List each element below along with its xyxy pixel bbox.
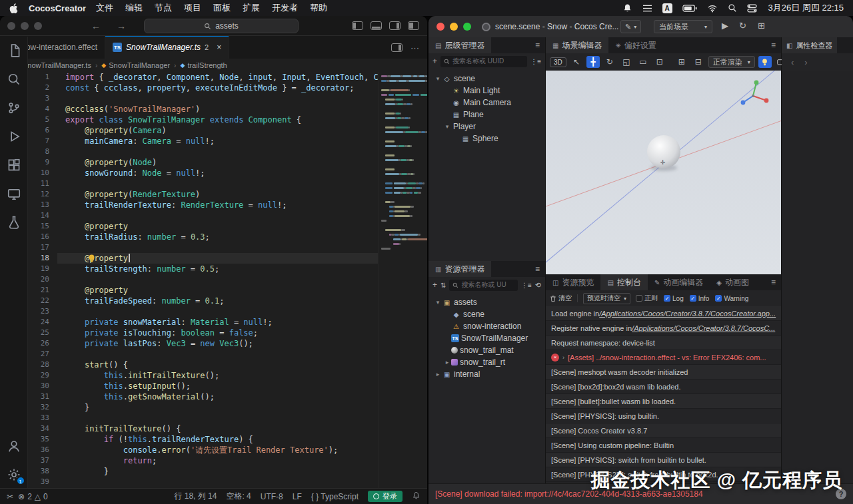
- rect-tool-icon[interactable]: ▭: [636, 56, 650, 68]
- code-line-33[interactable]: [57, 413, 378, 423]
- move-tool-icon[interactable]: ╋: [586, 56, 600, 68]
- log-link[interactable]: /Applications/Cocos/Creator/3.8.7/CocosC…: [632, 324, 775, 332]
- gutter-line-15[interactable]: 15: [28, 221, 57, 232]
- gutter-line-1[interactable]: 1: [28, 72, 57, 83]
- code-line-12[interactable]: @property(RenderTexture): [57, 189, 378, 200]
- filter-Warning[interactable]: ✓Warning: [715, 295, 748, 302]
- list-icon[interactable]: [642, 4, 652, 13]
- gutter-line-6[interactable]: 6: [28, 125, 57, 136]
- hierarchy-node-Plane[interactable]: ▦Plane: [428, 109, 545, 121]
- asset-node-internal[interactable]: ▸▣internal: [428, 368, 545, 380]
- gutter-line-16[interactable]: 16: [28, 232, 57, 242]
- gutter-line-19[interactable]: 19: [28, 264, 57, 274]
- breadcrumb-item-SnowTrailManager[interactable]: ◆SnowTrailManager: [101, 61, 170, 69]
- rotate-tool-icon[interactable]: ↻: [603, 56, 616, 68]
- gutter-line-13[interactable]: 13: [28, 200, 57, 210]
- assets-filter-icon[interactable]: ⋮≡: [521, 282, 532, 289]
- customize-layout-icon[interactable]: [408, 21, 419, 30]
- code-line-29[interactable]: this.initTrailTexture();: [57, 370, 378, 381]
- console-row-3[interactable]: Request namespace: device-list: [546, 336, 781, 350]
- gutter-line-28[interactable]: 28: [28, 360, 57, 370]
- code-line-23[interactable]: [57, 306, 378, 317]
- edit-mode-dropdown[interactable]: ✎ ▾: [620, 20, 641, 33]
- gutter-line-30[interactable]: 30: [28, 381, 57, 391]
- code-area[interactable]: import { _decorator, Component, Node, in…: [57, 72, 378, 488]
- gutter-line-4[interactable]: 4: [28, 104, 57, 115]
- console-menu-icon[interactable]: ≡: [771, 278, 781, 287]
- gutter-line-20[interactable]: 20: [28, 274, 57, 285]
- hierarchy-tab[interactable]: ▤层级管理器: [428, 37, 491, 53]
- eol[interactable]: LF: [293, 492, 302, 501]
- code-line-25[interactable]: private isTouching: boolean = false;: [57, 328, 378, 338]
- gutter-line-9[interactable]: 9: [28, 157, 57, 168]
- hierarchy-node-Sphere[interactable]: ▦Sphere: [428, 132, 545, 144]
- filter-Log[interactable]: ✓Log: [664, 295, 684, 302]
- console-tab-控制台[interactable]: ▤控制台: [600, 274, 647, 290]
- code-line-7[interactable]: mainCamera: Camera = null!;: [57, 136, 378, 146]
- expand-down-icon[interactable]: ▾: [443, 123, 451, 130]
- code-line-39[interactable]: [57, 477, 378, 487]
- code-line-26[interactable]: private lastPos: Vec3 = new Vec3();: [57, 338, 378, 349]
- asset-node-snow_trail_mat[interactable]: snow_trail_mat: [428, 344, 545, 356]
- code-line-9[interactable]: @property(Node): [57, 157, 378, 168]
- log-link[interactable]: /Applications/Cocos/Creator/3.8.7/CocosC…: [599, 310, 776, 318]
- code-line-4[interactable]: @ccclass('SnowTrailManager'): [57, 104, 378, 115]
- scm-icon[interactable]: [6, 100, 22, 116]
- console-tab-资源预览[interactable]: ◫资源预览: [546, 274, 600, 290]
- code-line-2[interactable]: const { ccclass, property, executeInEdit…: [57, 83, 378, 93]
- code-line-32[interactable]: }: [57, 402, 378, 413]
- console-tab-动画图[interactable]: ◈动画图: [710, 274, 756, 290]
- assets-menu-icon[interactable]: ≡: [535, 264, 545, 274]
- preferences-tab[interactable]: ✳偏好设置: [608, 37, 662, 53]
- console-row-4[interactable]: ×›[Assets] ../snow-interaction.effect - …: [546, 350, 781, 365]
- notifications-bell-icon[interactable]: [412, 491, 421, 502]
- hierarchy-node-Player[interactable]: ▾Player: [428, 121, 545, 132]
- code-line-36[interactable]: console.error('请先设置Trail Render Texture'…: [57, 445, 378, 455]
- gutter-line-3[interactable]: 3: [28, 93, 57, 104]
- gutter-line-29[interactable]: 29: [28, 370, 57, 381]
- gutter-line-36[interactable]: 36: [28, 445, 57, 455]
- code-line-31[interactable]: this.getSnowMaterial();: [57, 391, 378, 402]
- pivot-toggle-icon[interactable]: ⊞: [675, 56, 688, 68]
- code-line-11[interactable]: [57, 178, 378, 189]
- code-line-37[interactable]: return;: [57, 455, 378, 466]
- gutter-line-17[interactable]: 17: [28, 242, 57, 253]
- inspector-forward-icon[interactable]: ›: [804, 57, 807, 67]
- debug-icon[interactable]: [6, 128, 22, 144]
- gutter-line-10[interactable]: 10: [28, 168, 57, 178]
- checkbox-正则[interactable]: [636, 295, 642, 302]
- code-editor[interactable]: 1234567891011121314151617181920212223242…: [28, 72, 427, 488]
- console-row-10[interactable]: [Scene] Using custom pipeline: Builtin: [546, 438, 781, 453]
- expand-right-icon[interactable]: ▸: [443, 359, 451, 366]
- inspector-back-icon[interactable]: ‹: [791, 57, 794, 67]
- gutter-line-12[interactable]: 12: [28, 189, 57, 200]
- command-center[interactable]: assets: [144, 19, 299, 33]
- create-asset-button[interactable]: +: [432, 280, 437, 290]
- gutter-line-22[interactable]: 22: [28, 296, 57, 306]
- checkbox-Warning[interactable]: ✓: [715, 295, 722, 302]
- editor-gutter[interactable]: 1234567891011121314151617181920212223242…: [28, 72, 57, 488]
- gutter-line-18[interactable]: 18: [28, 253, 57, 264]
- remote-indicator-icon[interactable]: ✂: [7, 492, 13, 501]
- code-line-18[interactable]: @property: [57, 253, 378, 264]
- filter-正则[interactable]: 正则: [636, 294, 658, 303]
- maximize-window-icon[interactable]: [463, 23, 471, 31]
- extensions-icon[interactable]: [6, 157, 22, 173]
- menu-item-扩展[interactable]: 扩展: [237, 3, 266, 13]
- refresh-assets-icon[interactable]: ⟲: [535, 281, 541, 290]
- close-tab-icon[interactable]: ×: [217, 43, 221, 52]
- gutter-line-25[interactable]: 25: [28, 328, 57, 338]
- menubar-clock[interactable]: 3月26日 周四 22:15: [768, 2, 844, 14]
- spotlight-search-icon[interactable]: [728, 3, 737, 13]
- bell-icon[interactable]: [622, 3, 632, 13]
- code-line-13[interactable]: trailRenderTexture: RenderTexture = null…: [57, 200, 378, 210]
- lightbulb-icon[interactable]: [88, 254, 95, 266]
- explorer-icon[interactable]: [6, 43, 22, 59]
- gutter-line-21[interactable]: 21: [28, 285, 57, 296]
- expand-right-icon[interactable]: ›: [562, 354, 564, 361]
- code-line-28[interactable]: start() {: [57, 360, 378, 370]
- nav-back-icon[interactable]: ←: [91, 21, 101, 31]
- asset-node-scene[interactable]: ◆scene: [428, 308, 545, 320]
- asset-node-snow_trail_rt[interactable]: ▸snow_trail_rt: [428, 356, 545, 368]
- gizmo-tool-icon[interactable]: ⊡: [653, 56, 666, 68]
